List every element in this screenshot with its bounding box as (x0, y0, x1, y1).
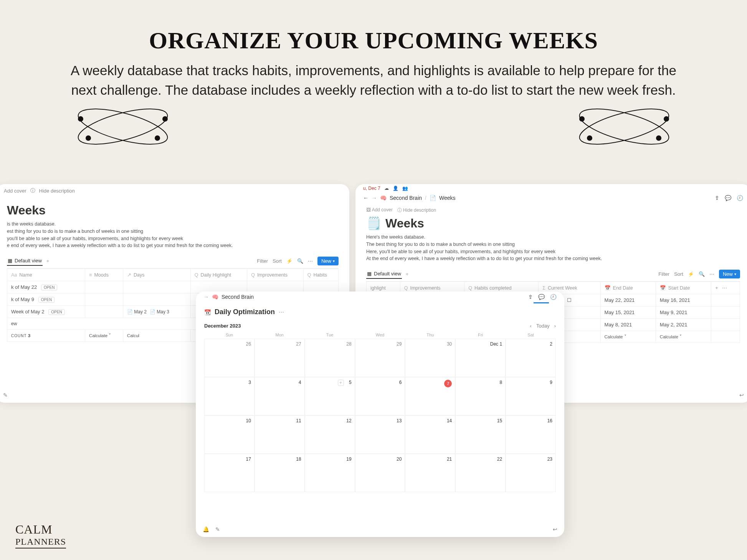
calendar-cell[interactable]: 19 (305, 454, 355, 492)
col-habits[interactable]: QHabits (303, 269, 338, 281)
clock-icon[interactable]: 🕘 (550, 294, 557, 300)
default-view-tab[interactable]: ▦ Default view (366, 269, 402, 279)
dow-label: Fri (455, 333, 506, 337)
add-cover-button[interactable]: Add cover (4, 188, 26, 194)
nav-back-icon[interactable]: ← (363, 195, 369, 201)
comment-icon[interactable]: 💬 (725, 195, 731, 201)
breadcrumb-app[interactable]: Second Brain (390, 195, 422, 201)
calendar-cell[interactable]: 10 (204, 415, 255, 454)
open-button[interactable]: OPEN (48, 309, 64, 315)
daily-optimization-card: → 🧠 Second Brain ⇪ 💬 🕘 📆 Daily Optimizat… (196, 292, 564, 537)
notifications-icon[interactable]: 🔔 (203, 526, 209, 532)
more-icon[interactable]: ⋯ (279, 309, 284, 315)
undo-icon[interactable]: ↩ (553, 526, 557, 532)
clock-icon[interactable]: 🕘 (737, 195, 743, 201)
add-view-button[interactable]: + (406, 271, 409, 277)
page-title: 🗒️ Weeks (366, 216, 740, 231)
sort-button[interactable]: Sort (273, 258, 282, 264)
calendar-cell[interactable]: 12 (305, 415, 355, 454)
breadcrumb-app[interactable]: Second Brain (221, 294, 254, 300)
new-button[interactable]: New▾ (317, 257, 339, 265)
calendar-cell[interactable]: 21 (405, 454, 455, 492)
add-event-button[interactable]: + (338, 380, 344, 386)
col-end-date[interactable]: 📅End Date (600, 282, 656, 294)
calendar-cell[interactable]: 30 (405, 339, 455, 377)
page-description: is the weeks database. (7, 221, 339, 228)
comment-icon[interactable]: 💬 (538, 294, 545, 300)
calendar-cell[interactable]: 22 (455, 454, 506, 492)
calendar-cell[interactable]: 11 (255, 415, 305, 454)
svg-point-7 (576, 104, 672, 150)
dow-label: Tue (305, 333, 355, 337)
table-icon: ▦ (367, 271, 372, 277)
calendar-cell[interactable]: 17 (204, 454, 255, 492)
today-button[interactable]: Today (536, 323, 550, 329)
calendar-cell[interactable]: 16 (506, 415, 556, 454)
menu-icon: 👤 (393, 186, 398, 191)
calendar-cell[interactable]: 20 (355, 454, 405, 492)
calendar-cell[interactable]: 15 (455, 415, 506, 454)
sort-button[interactable]: Sort (674, 271, 683, 277)
table-icon: ▦ (8, 258, 12, 264)
calendar-cell[interactable]: 23 (506, 454, 556, 492)
calendar-cell[interactable]: 7 (405, 377, 455, 415)
add-cover-button[interactable]: 🖼 Add cover (366, 207, 393, 214)
search-icon[interactable]: 🔍 (699, 271, 705, 277)
svg-point-0 (75, 104, 171, 150)
open-button[interactable]: OPEN (41, 285, 57, 290)
calendar-cell[interactable]: Dec 1 (455, 339, 506, 377)
calendar-cell[interactable]: 14 (405, 415, 455, 454)
share-icon[interactable]: ⇪ (528, 294, 533, 300)
filter-button[interactable]: Filter (257, 258, 268, 264)
col-add[interactable]: + ⋯ (711, 282, 740, 294)
calendar-cell[interactable]: 5+ (305, 377, 355, 415)
add-view-button[interactable]: + (46, 258, 50, 264)
edit-icon[interactable]: ✎ (215, 526, 220, 532)
hide-description-button[interactable]: ⓘ Hide description (397, 207, 436, 214)
dow-label: Sun (204, 333, 255, 337)
more-icon[interactable]: ⋯ (308, 258, 313, 264)
calendar-cell[interactable]: 3 (204, 377, 255, 415)
calendar-cell[interactable]: 4 (255, 377, 305, 415)
filter-button[interactable]: Filter (658, 271, 669, 277)
undo-icon[interactable]: ↩ (739, 392, 744, 398)
col-start-date[interactable]: 📅Start Date (656, 282, 711, 294)
calendar-cell[interactable]: 18 (255, 454, 305, 492)
col-moods[interactable]: ≡Moods (85, 269, 123, 281)
prev-month-icon[interactable]: ‹ (530, 323, 532, 329)
page-link[interactable]: 📄 May 3 (150, 309, 169, 315)
next-month-icon[interactable]: › (554, 323, 556, 329)
dow-label: Wed (355, 333, 405, 337)
open-button[interactable]: OPEN (38, 297, 55, 303)
calendar-cell[interactable]: 27 (255, 339, 305, 377)
page-title: Daily Optimization (215, 308, 275, 316)
lightning-icon[interactable]: ⚡ (286, 258, 293, 264)
lightning-icon[interactable]: ⚡ (688, 271, 694, 277)
breadcrumb-page[interactable]: Weeks (439, 195, 456, 201)
calendar-grid[interactable]: 2627282930Dec 12345+67891011121314151617… (196, 339, 564, 492)
calendar-cell[interactable]: 26 (204, 339, 255, 377)
search-icon[interactable]: 🔍 (297, 258, 303, 264)
hide-description-button[interactable]: Hide description (39, 188, 75, 194)
new-button[interactable]: New▾ (719, 270, 740, 278)
calendar-cell[interactable]: 2 (506, 339, 556, 377)
col-daily-highlight[interactable]: QDaily Highlight (190, 269, 247, 281)
calendar-cell[interactable]: 8 (455, 377, 506, 415)
calendar-cell[interactable]: 9 (506, 377, 556, 415)
col-improvements[interactable]: QImprovements (247, 269, 304, 281)
calendar-cell[interactable]: 6 (355, 377, 405, 415)
calendar-cell[interactable]: 29 (355, 339, 405, 377)
calendar-cell[interactable]: 13 (355, 415, 405, 454)
col-name[interactable]: AaName (7, 269, 85, 281)
calendar-cell[interactable]: 28 (305, 339, 355, 377)
default-view-tab[interactable]: ▦ Default view (7, 256, 43, 266)
nav-forward-icon[interactable]: → (203, 294, 209, 300)
page-title: Weeks (7, 203, 339, 217)
edit-icon[interactable]: ✎ (3, 392, 8, 398)
nav-forward-icon[interactable]: → (372, 195, 377, 201)
share-icon[interactable]: ⇪ (715, 195, 719, 201)
col-days[interactable]: ↗Days (123, 269, 190, 281)
more-icon[interactable]: ⋯ (709, 271, 714, 277)
page-link[interactable]: 📄 May 2 (127, 309, 147, 315)
hero-subtitle: A weekly database that tracks habits, im… (66, 61, 681, 100)
